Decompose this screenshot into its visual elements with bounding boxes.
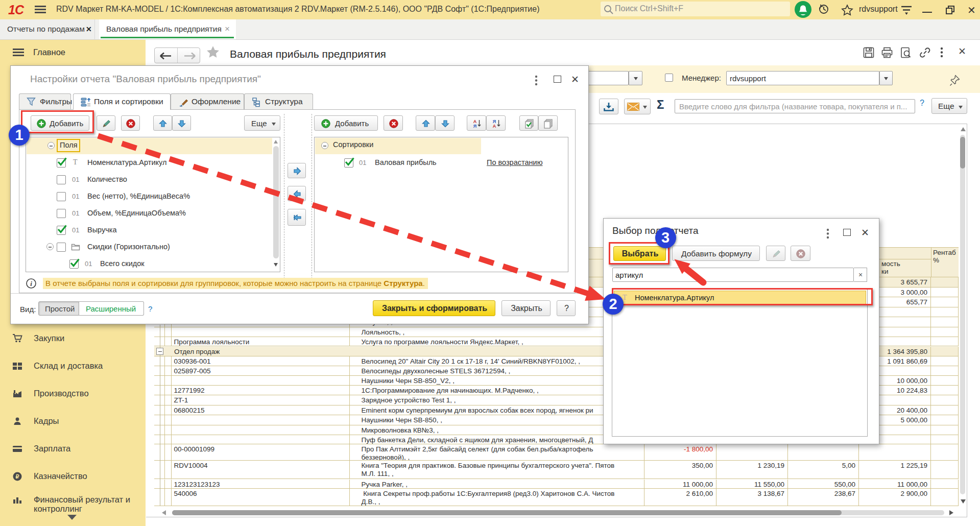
field-tree-item[interactable]: 01Выручка xyxy=(27,222,272,238)
table-vscroll-thumb[interactable] xyxy=(960,137,965,169)
table-hscroll-right-icon[interactable] xyxy=(949,510,953,515)
sidebar-item-chart[interactable]: Финансовый результат и контроллинг xyxy=(0,495,146,517)
tab-gross-profit[interactable]: Валовая прибыль предприятия× xyxy=(99,19,236,39)
fields-more-button[interactable]: Еще xyxy=(244,115,280,131)
move-to-fields-button[interactable] xyxy=(288,186,306,201)
field-tree-item[interactable]: TНоменклатура.Артикул xyxy=(27,154,272,171)
sidebar-item-card[interactable]: Зарплата xyxy=(0,444,146,466)
quick-filter-input[interactable]: Введите слово для фильтра (название това… xyxy=(675,99,915,113)
move-to-sort-button[interactable] xyxy=(288,163,306,178)
restore-button[interactable] xyxy=(945,5,955,15)
dialog-close-icon[interactable]: ✕ xyxy=(861,227,869,238)
table-vscroll-down-icon[interactable] xyxy=(961,499,966,504)
more-actions-icon[interactable] xyxy=(940,47,951,58)
dialog-close-icon[interactable]: ✕ xyxy=(571,74,579,85)
favorites-star-icon[interactable] xyxy=(841,4,853,16)
favorite-star-icon[interactable] xyxy=(207,46,222,61)
tab-close-icon[interactable]: × xyxy=(225,24,230,34)
table-hscroll-thumb[interactable] xyxy=(172,510,842,515)
global-search-input[interactable]: Поиск Ctrl+Shift+F xyxy=(601,2,790,16)
sidebar-item-home[interactable]: Главное xyxy=(0,40,146,65)
delete-button-disabled[interactable] xyxy=(791,246,810,261)
sidebar-item-grid[interactable]: Склад и доставка xyxy=(0,361,146,384)
filter-help-link[interactable]: ? xyxy=(920,99,924,108)
dialog-help-button[interactable]: ? xyxy=(557,300,576,316)
dialog-more-icon[interactable] xyxy=(826,228,830,240)
report-more-button[interactable]: Еще xyxy=(931,98,967,114)
close-button[interactable]: Закрыть xyxy=(501,300,551,316)
close-button[interactable]: ✕ xyxy=(967,4,976,16)
sort-checkbox[interactable] xyxy=(344,158,353,168)
save-icon[interactable] xyxy=(863,47,874,58)
table-vscroll-up-icon[interactable] xyxy=(961,127,966,131)
sidebar-more-indicator[interactable] xyxy=(67,515,77,520)
field-checkbox[interactable] xyxy=(57,192,66,201)
field-checkbox[interactable] xyxy=(57,175,66,184)
view-simple-button[interactable]: Простой xyxy=(38,301,79,316)
dialog-maximize-icon[interactable] xyxy=(843,229,851,236)
close-and-generate-button[interactable]: Закрыть и сформировать xyxy=(373,300,495,316)
sort-delete-button[interactable] xyxy=(384,115,403,131)
sort-direction-link[interactable]: По возрастанию xyxy=(487,158,543,166)
dialog-more-icon[interactable] xyxy=(535,75,539,86)
fields-move-down-button[interactable] xyxy=(172,115,191,131)
download-button[interactable] xyxy=(599,99,618,114)
search-clear-button[interactable]: × xyxy=(854,268,867,282)
settings-tab-fields-sort[interactable]: Поля и сортировки xyxy=(73,93,171,110)
tab-close-icon[interactable]: ✕ xyxy=(86,25,92,33)
link-icon[interactable] xyxy=(919,47,930,58)
history-icon[interactable] xyxy=(818,3,830,16)
settings-tab-structure[interactable]: Структура xyxy=(244,93,313,109)
tree-collapse-icon[interactable] xyxy=(46,243,54,250)
pin-icon[interactable] xyxy=(949,74,962,86)
sidebar-item-person[interactable]: Кадры xyxy=(0,416,146,439)
field-checkbox[interactable] xyxy=(57,158,66,168)
field-tree-item[interactable]: Скидки (Горизонтально) xyxy=(27,238,272,255)
field-tree-item[interactable]: 01Всего скидок xyxy=(27,255,272,272)
tab-sales-reports[interactable]: Отчеты по продажам✕ xyxy=(0,19,95,39)
send-email-button[interactable] xyxy=(624,99,651,114)
fields-edit-button[interactable] xyxy=(97,115,115,131)
back-icon[interactable] xyxy=(160,52,173,60)
tree-collapse-icon[interactable] xyxy=(321,142,328,149)
tree-collapse-icon[interactable] xyxy=(47,142,55,149)
sort-add-button[interactable]: Добавить xyxy=(314,115,378,131)
table-row[interactable]: RDV10004Книга "Теория для практиков. Баз… xyxy=(154,461,959,479)
sort-descending-button[interactable]: ЯА xyxy=(486,115,506,131)
field-tree-item[interactable]: 01Количество xyxy=(27,171,272,188)
check-all-button[interactable] xyxy=(519,115,538,131)
table-row[interactable]: 540006 Книга Секреты проф.работы 1С:Бухг… xyxy=(154,489,959,506)
add-formula-button[interactable]: Добавить формулу xyxy=(672,246,760,261)
report-close-icon[interactable]: ✕ xyxy=(958,45,966,57)
tree-scroll-down-icon[interactable] xyxy=(274,263,278,267)
view-help-link[interactable]: ? xyxy=(148,304,152,313)
settings-tab-filters[interactable]: Фильтры xyxy=(19,93,71,109)
forward-icon[interactable] xyxy=(182,52,196,60)
sidebar-item-ruble[interactable]: ₽Казначейство xyxy=(0,471,146,494)
manager-input[interactable]: rdvsupport xyxy=(726,71,879,85)
tree-scroll-up-icon[interactable] xyxy=(274,140,278,144)
field-tree-item[interactable]: 01Вес (нетто), %ЕдиницаВеса% xyxy=(27,188,272,205)
field-checkbox[interactable] xyxy=(57,226,66,235)
fields-root-focus[interactable]: Поля xyxy=(57,139,80,152)
table-row[interactable]: 123123123123Ручка Parker, ,11 000,0011 5… xyxy=(154,480,959,489)
sort-move-down-button[interactable] xyxy=(435,115,455,131)
sidebar-item-factory[interactable]: Производство xyxy=(0,389,146,411)
dialog-maximize-icon[interactable] xyxy=(554,76,561,83)
sidebar-item-cart[interactable]: Закупки xyxy=(0,333,146,356)
period-filter-dropdown[interactable] xyxy=(629,71,642,85)
sort-tree-item[interactable]: 01Валовая прибыльПо возрастанию xyxy=(315,154,568,171)
minimize-button[interactable] xyxy=(922,7,932,13)
sort-ascending-button[interactable]: АЯ xyxy=(467,115,486,131)
field-search-input[interactable]: артикул xyxy=(612,268,854,282)
print-icon[interactable] xyxy=(881,47,893,58)
fields-move-up-button[interactable] xyxy=(153,115,172,131)
table-row[interactable]: 00-00001099Про Пак Алтимэйт 2,5кг байсай… xyxy=(154,444,959,461)
uncheck-all-button[interactable] xyxy=(538,115,558,131)
user-menu-icon[interactable] xyxy=(900,5,913,15)
preview-icon[interactable] xyxy=(900,47,912,58)
table-group-expander[interactable] xyxy=(156,348,163,355)
fields-delete-button[interactable] xyxy=(121,115,140,131)
field-checkbox[interactable] xyxy=(57,243,66,252)
main-menu-icon[interactable] xyxy=(35,6,46,13)
